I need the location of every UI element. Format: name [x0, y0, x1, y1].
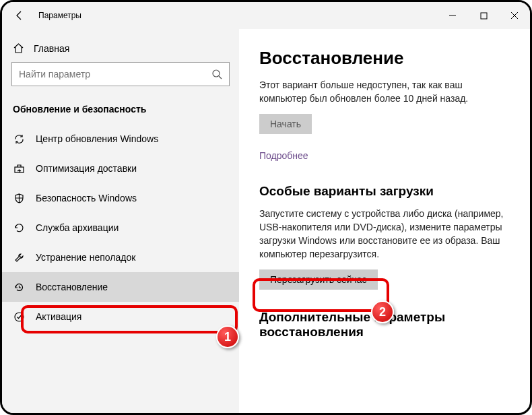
recovery-unavailable-text: Этот вариант больше недоступен, так как …: [259, 78, 510, 106]
main-content: Восстановление Этот вариант больше недос…: [239, 29, 530, 413]
titlebar: Параметры: [2, 2, 530, 29]
nav-label: Оптимизация доставки: [36, 163, 137, 174]
annotation-badge-1: 1: [216, 325, 239, 348]
back-button[interactable]: [10, 6, 29, 25]
start-button[interactable]: Начать: [259, 114, 312, 134]
sidebar-item-backup[interactable]: Служба архивации: [2, 213, 239, 243]
content-area: Главная Обновление и безопасность Центр …: [2, 29, 530, 413]
nav-label: Центр обновления Windows: [36, 133, 158, 144]
history-icon: [13, 281, 25, 293]
sidebar-item-activation[interactable]: Активация: [2, 302, 239, 331]
sidebar-item-recovery[interactable]: Восстановление: [2, 272, 239, 302]
search-input-container[interactable]: [11, 62, 230, 86]
delivery-icon: [13, 162, 25, 174]
nav-label: Устранение неполадок: [36, 252, 135, 263]
sidebar-section-title: Обновление и безопасность: [2, 100, 239, 124]
advanced-startup-title: Особые варианты загрузки: [259, 184, 510, 199]
home-label: Главная: [34, 43, 69, 54]
window-title: Параметры: [38, 11, 81, 20]
sidebar-item-windows-update[interactable]: Центр обновления Windows: [2, 124, 239, 154]
wrench-icon: [13, 251, 25, 263]
svg-line-3: [219, 76, 222, 79]
nav-label: Безопасность Windows: [36, 193, 137, 203]
minimize-button[interactable]: [437, 2, 468, 29]
search-input[interactable]: [19, 69, 211, 79]
window-controls: [437, 2, 530, 29]
sidebar-item-windows-security[interactable]: Безопасность Windows: [2, 183, 239, 213]
backup-icon: [13, 222, 25, 234]
sidebar-item-troubleshoot[interactable]: Устранение неполадок: [2, 243, 239, 272]
sync-icon: [13, 133, 25, 145]
restart-now-button[interactable]: Перезагрузить сейчас: [259, 269, 378, 290]
check-circle-icon: [13, 311, 25, 323]
settings-window: Параметры Главная: [0, 0, 532, 415]
svg-rect-1: [481, 13, 487, 19]
sidebar: Главная Обновление и безопасность Центр …: [2, 29, 239, 413]
annotation-badge-2: 2: [371, 300, 394, 323]
learn-more-link[interactable]: Подробнее: [259, 150, 308, 161]
sidebar-item-home[interactable]: Главная: [2, 38, 239, 62]
maximize-button[interactable]: [468, 2, 499, 29]
search-icon: [211, 69, 222, 79]
nav-label: Служба архивации: [36, 222, 119, 233]
svg-point-2: [213, 70, 220, 77]
sidebar-item-delivery-optimization[interactable]: Оптимизация доставки: [2, 154, 239, 183]
nav-label: Восстановление: [36, 282, 108, 292]
advanced-startup-text: Запустите систему с устройства либо диск…: [259, 207, 510, 261]
shield-icon: [13, 192, 25, 204]
nav-label: Активация: [36, 311, 81, 322]
page-title: Восстановление: [259, 48, 510, 69]
close-button[interactable]: [499, 2, 530, 29]
home-icon: [13, 42, 24, 54]
